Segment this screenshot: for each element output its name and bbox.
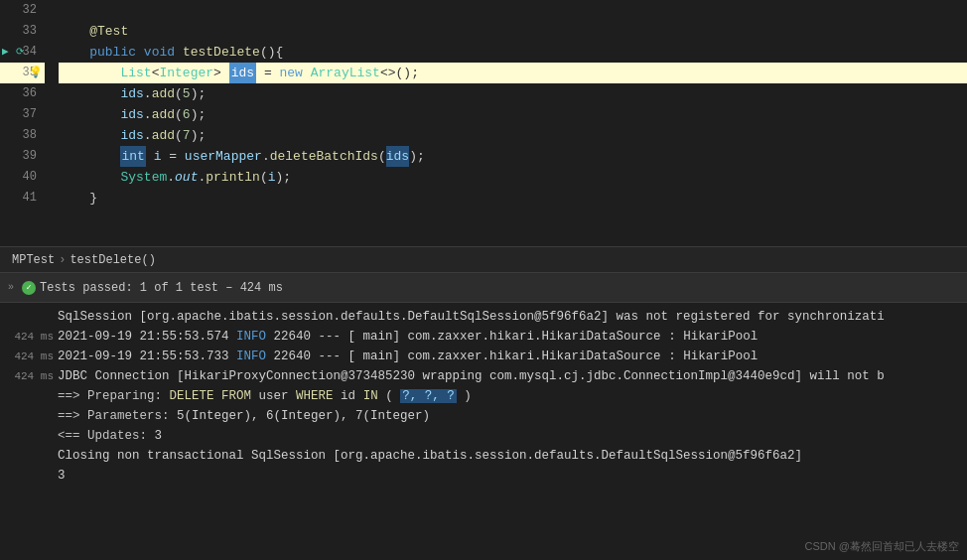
ids-var: ids (120, 83, 143, 104)
paren: ( (378, 146, 386, 167)
paren: ( (260, 167, 268, 188)
gutter-37: 37 (0, 104, 45, 125)
ids-var: ids (120, 104, 143, 125)
console-text-9: 3 (58, 466, 959, 486)
sp (146, 146, 154, 167)
code-line-35: List < Integer > ids = new ArrayList <>(… (59, 63, 967, 83)
i-var: i (154, 146, 162, 167)
sql-id: id (341, 389, 363, 403)
info-tag2: INFO (236, 350, 266, 363)
var-ids: ids (229, 63, 256, 83)
code-line-32 (59, 0, 967, 21)
gutter-40: 40 (0, 167, 45, 188)
code-line-36: ids . add ( 5 ); (59, 83, 967, 104)
console-text-7: <== Updates: 3 (58, 426, 959, 446)
sql-table: user (259, 389, 297, 403)
breadcrumb-class: MPTest (12, 253, 55, 267)
date-text: 2021-09-19 21:55:53.574 (58, 330, 236, 344)
delete-method: deleteBatchIds (270, 146, 378, 167)
console-line-1: SqlSession [org.apache.ibatis.session.de… (8, 307, 959, 327)
arrow-preparing: ==> Preparing: (58, 389, 170, 403)
time-col-3: 424 ms (8, 347, 58, 366)
num5: 5 (183, 83, 191, 104)
sp (136, 42, 144, 63)
gutter-32: 32 (0, 0, 45, 21)
result-3: 3 (58, 469, 66, 483)
add-method: add (152, 125, 175, 146)
paren-close: ); (409, 146, 425, 167)
breadcrumb: MPTest › testDelete() (0, 246, 967, 272)
watermark: CSDN @蓦然回首却已人去楼空 (805, 536, 959, 556)
kw-void: void (144, 42, 175, 63)
code-line-33: @Test (59, 21, 967, 42)
add-method: add (152, 104, 175, 125)
paren-close: ); (191, 83, 207, 104)
closing-brace: } (59, 188, 97, 209)
console-text-2: 2021-09-19 21:55:53.574 INFO 22640 --- [… (58, 327, 959, 347)
spaces (59, 104, 120, 125)
sql-params-highlight: ?, ?, ? (400, 389, 457, 403)
sp (175, 42, 183, 63)
paren: ( (175, 125, 183, 146)
closing-text: Closing non transactional SqlSession [or… (58, 449, 802, 463)
paren: ( (175, 83, 183, 104)
spaces (59, 125, 120, 146)
console-text-5: ==> Preparing: DELETE FROM user WHERE id… (58, 386, 959, 406)
bulb-icon[interactable]: 💡 (29, 63, 43, 83)
ids-var: ids (120, 125, 143, 146)
bottom-toolbar: » ✓ Tests passed: 1 of 1 test – 424 ms (0, 273, 967, 303)
info-tag: INFO (236, 330, 266, 344)
spaces (59, 63, 120, 83)
out-field: out (175, 167, 198, 188)
spaces (59, 83, 120, 104)
console-line-5: ==> Preparing: DELETE FROM user WHERE id… (8, 386, 959, 406)
code-content: @Test public void testDelete (){ List < … (55, 0, 967, 246)
sql-where: WHERE (296, 389, 334, 403)
add-method: add (152, 83, 175, 104)
test-pass-label: Tests passed: 1 of 1 test – 424 ms (40, 281, 283, 295)
line-numbers: 32 33 ▶ ⟳ 34 💡 35 36 37 38 39 40 41 (0, 0, 55, 246)
equals: = (256, 63, 279, 83)
eq: = (161, 146, 184, 167)
dot: . (167, 167, 175, 188)
arraylist-type: ArrayList (311, 63, 380, 83)
time-col-2: 424 ms (8, 327, 58, 347)
thread-info: 22640 --- [ main] com.zaxxer.hikari.Hika… (274, 330, 759, 344)
sql-in: IN (363, 389, 378, 403)
console-output[interactable]: SqlSession [org.apache.ibatis.session.de… (0, 303, 967, 560)
bottom-panel: » ✓ Tests passed: 1 of 1 test – 424 ms S… (0, 273, 967, 560)
debug-icon[interactable]: ⟳ (16, 42, 24, 63)
gutter-39: 39 (0, 146, 45, 167)
gutter-41: 41 (0, 188, 45, 209)
gutter-34: ▶ ⟳ 34 (0, 42, 45, 63)
ids-param-highlight: ids (386, 146, 409, 167)
i-var2: i (268, 167, 276, 188)
console-line-7: <== Updates: 3 (8, 426, 959, 446)
kw-public: public (89, 42, 136, 63)
chevron-right-icon[interactable]: » (8, 282, 14, 293)
gutter-36: 36 (0, 83, 45, 104)
arrow-updates: <== Updates: (58, 429, 155, 443)
console-text-1: SqlSession [org.apache.ibatis.session.de… (58, 307, 959, 327)
test-result-badge: ✓ Tests passed: 1 of 1 test – 424 ms (22, 281, 283, 295)
dot: . (144, 83, 152, 104)
dot2: . (198, 167, 206, 188)
diamond: <>(); (380, 63, 419, 83)
console-line-9: 3 (8, 466, 959, 486)
code-editor: 32 33 ▶ ⟳ 34 💡 35 36 37 38 39 40 41 (0, 0, 967, 273)
console-line-4: 424 ms JDBC Connection [HikariProxyConne… (8, 366, 959, 386)
generic-close: > (213, 63, 229, 83)
console-line-6: ==> Parameters: 5(Integer), 6(Integer), … (8, 406, 959, 426)
thread-info2: 22640 --- [ main] com.zaxxer.hikari.Hika… (274, 350, 759, 363)
num7: 7 (183, 125, 191, 146)
run-icon[interactable]: ▶ (2, 42, 9, 63)
gutter-38: 38 (0, 125, 45, 146)
dot: . (144, 104, 152, 125)
spaces (59, 167, 120, 188)
code-line-39: int i = userMapper . deleteBatchIds ( id… (59, 146, 967, 167)
num6: 6 (183, 104, 191, 125)
arrow-params: ==> Parameters: (58, 409, 177, 423)
breadcrumb-method: testDelete() (69, 253, 155, 267)
code-container: 32 33 ▶ ⟳ 34 💡 35 36 37 38 39 40 41 (0, 0, 967, 246)
paren-close: ); (191, 125, 207, 146)
